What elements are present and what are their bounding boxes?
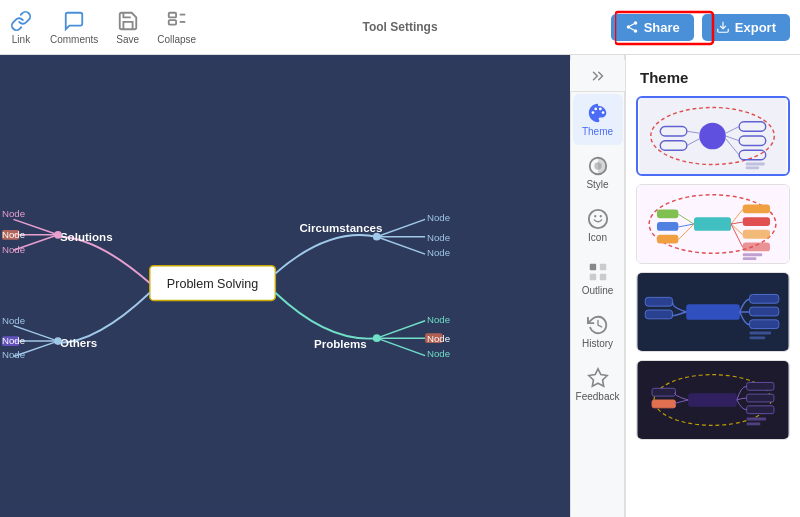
svg-rect-101 xyxy=(750,307,779,316)
svg-line-8 xyxy=(630,24,634,26)
tool-save-label: Save xyxy=(116,34,139,45)
svg-rect-100 xyxy=(750,294,779,303)
outline-icon xyxy=(587,261,609,283)
svg-point-4 xyxy=(633,21,637,25)
svg-rect-78 xyxy=(746,166,759,169)
svg-rect-105 xyxy=(750,332,771,335)
svg-rect-81 xyxy=(694,217,731,231)
theme-card-colorful[interactable] xyxy=(636,184,790,264)
svg-rect-116 xyxy=(747,422,761,425)
style-label: Style xyxy=(586,179,608,190)
comments-icon xyxy=(63,10,85,32)
svg-text:Node: Node xyxy=(2,349,25,360)
svg-text:Node: Node xyxy=(2,229,25,240)
svg-rect-99 xyxy=(686,304,740,320)
svg-rect-13 xyxy=(0,63,570,509)
svg-point-5 xyxy=(626,25,630,29)
svg-point-66 xyxy=(699,123,726,150)
toolbar-right: Share Export xyxy=(611,14,790,41)
svg-rect-115 xyxy=(747,418,767,421)
style-icon xyxy=(587,155,609,177)
export-label: Export xyxy=(735,20,776,35)
history-label: History xyxy=(582,338,613,349)
svg-rect-109 xyxy=(688,393,737,407)
collapse-icon xyxy=(166,10,188,32)
sidebar-item-icon[interactable]: Icon xyxy=(573,200,623,251)
history-icon xyxy=(587,314,609,336)
svg-point-57 xyxy=(588,210,606,228)
svg-rect-60 xyxy=(589,264,595,270)
theme-icon xyxy=(587,102,609,124)
svg-rect-82 xyxy=(743,205,770,214)
outline-label: Outline xyxy=(582,285,614,296)
tool-link[interactable]: Link xyxy=(10,10,32,45)
icon-label: Icon xyxy=(588,232,607,243)
svg-rect-1 xyxy=(168,20,175,25)
icon-icon xyxy=(587,208,609,230)
svg-text:Node: Node xyxy=(427,314,450,325)
svg-rect-97 xyxy=(743,257,757,260)
toolbar-tools: Link Comments Save Coll xyxy=(10,10,196,45)
theme-card-dark-blue[interactable] xyxy=(636,272,790,352)
side-icons-panel: Theme Style Icon xyxy=(570,55,625,517)
svg-rect-102 xyxy=(750,320,779,329)
feedback-label: Feedback xyxy=(576,391,620,402)
svg-text:Node: Node xyxy=(427,247,450,258)
tool-comments-label: Comments xyxy=(50,34,98,45)
svg-text:Node: Node xyxy=(427,232,450,243)
svg-rect-112 xyxy=(747,406,774,414)
svg-rect-63 xyxy=(599,274,605,280)
link-icon xyxy=(10,10,32,32)
collapse-panel-button[interactable] xyxy=(570,60,625,92)
svg-point-6 xyxy=(633,29,637,33)
theme-label: Theme xyxy=(582,126,613,137)
theme-card-dark-purple[interactable] xyxy=(636,360,790,440)
svg-line-7 xyxy=(630,28,634,30)
sidebar-item-theme[interactable]: Theme xyxy=(573,94,623,145)
svg-point-54 xyxy=(601,111,604,114)
svg-text:Others: Others xyxy=(60,337,97,349)
svg-text:Node: Node xyxy=(2,208,25,219)
svg-text:Node: Node xyxy=(2,315,25,326)
share-button[interactable]: Share xyxy=(611,14,694,41)
svg-point-56 xyxy=(594,162,601,169)
sidebar-item-history[interactable]: History xyxy=(573,306,623,357)
svg-point-51 xyxy=(591,111,594,114)
svg-point-52 xyxy=(594,108,597,111)
theme-card-default[interactable] xyxy=(636,96,790,176)
svg-rect-111 xyxy=(747,394,774,402)
share-label: Share xyxy=(644,20,680,35)
svg-rect-84 xyxy=(743,230,770,239)
main-area: Problem Solving Solutions Node Node Node… xyxy=(0,55,800,517)
tool-comments[interactable]: Comments xyxy=(50,10,98,45)
svg-text:Node: Node xyxy=(427,212,450,223)
svg-rect-113 xyxy=(652,388,675,396)
feedback-icon xyxy=(587,367,609,389)
mind-map-svg: Problem Solving Solutions Node Node Node… xyxy=(0,55,570,517)
svg-rect-85 xyxy=(743,243,770,252)
tool-save[interactable]: Save xyxy=(116,10,139,45)
tool-link-label: Link xyxy=(12,34,30,45)
svg-rect-114 xyxy=(652,400,675,408)
svg-rect-0 xyxy=(168,12,175,17)
sidebar-item-outline[interactable]: Outline xyxy=(573,253,623,304)
save-icon xyxy=(117,10,139,32)
theme-grid xyxy=(626,96,800,450)
sidebar-item-style[interactable]: Style xyxy=(573,147,623,198)
svg-rect-83 xyxy=(743,217,770,226)
mind-map-canvas[interactable]: Problem Solving Solutions Node Node Node… xyxy=(0,55,570,517)
tool-settings-title: Tool Settings xyxy=(362,20,437,34)
tool-collapse-label: Collapse xyxy=(157,34,196,45)
svg-rect-77 xyxy=(746,163,765,166)
svg-rect-106 xyxy=(750,336,766,339)
svg-rect-61 xyxy=(599,264,605,270)
tool-collapse[interactable]: Collapse xyxy=(157,10,196,45)
export-button[interactable]: Export xyxy=(702,14,790,41)
svg-text:Problem Solving: Problem Solving xyxy=(167,277,258,291)
svg-point-53 xyxy=(598,108,601,111)
svg-rect-104 xyxy=(645,310,672,319)
svg-rect-86 xyxy=(657,209,678,218)
share-icon xyxy=(625,20,639,34)
svg-rect-96 xyxy=(743,253,763,256)
sidebar-item-feedback[interactable]: Feedback xyxy=(573,359,623,410)
